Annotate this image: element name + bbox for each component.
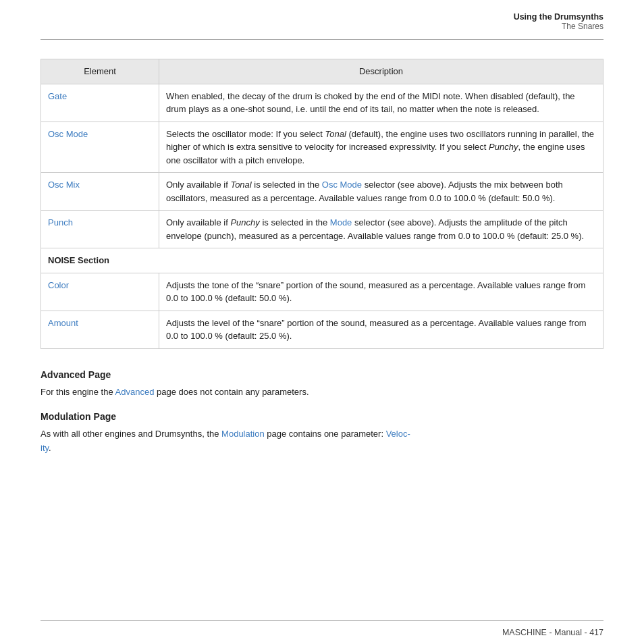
table-row: Gate When enabled, the decay of the drum… bbox=[41, 84, 603, 122]
footer: MASCHINE - Manual - 417 bbox=[0, 621, 644, 644]
col-element-header: Element bbox=[41, 59, 159, 84]
page-container: Using the Drumsynths The Snares Element … bbox=[0, 0, 644, 644]
advanced-text-before: For this engine the bbox=[41, 387, 115, 397]
desc-cell-color: Adjusts the tone of the “snare” portion … bbox=[159, 273, 603, 311]
table-row: Osc Mode Selects the oscillator mode: If… bbox=[41, 122, 603, 173]
desc-cell-amount: Adjusts the level of the “snare” portion… bbox=[159, 311, 603, 348]
col-desc-header: Description bbox=[159, 59, 603, 84]
element-cell-punch: Punch bbox=[41, 211, 159, 248]
gate-desc: When enabled, the decay of the drum is c… bbox=[166, 91, 575, 115]
advanced-text-after: page does not contain any parameters. bbox=[154, 387, 308, 397]
advanced-page-text: For this engine the Advanced page does n… bbox=[41, 385, 603, 400]
oscmode-desc-text: Selects the oscillator mode: If you sele… bbox=[166, 129, 594, 165]
header-subtitle: The Snares bbox=[41, 22, 603, 31]
noise-section-label: NOISE Section bbox=[48, 255, 109, 265]
header-title: Using the Drumsynths bbox=[41, 12, 603, 22]
noise-section-cell: NOISE Section bbox=[41, 248, 603, 273]
header: Using the Drumsynths The Snares bbox=[0, 0, 644, 35]
modulation-page-heading: Modulation Page bbox=[41, 411, 603, 422]
element-cell-gate: Gate bbox=[41, 84, 159, 122]
punch-desc-text: Only available if Punchy is selected in … bbox=[166, 217, 584, 241]
oscmode-link[interactable]: Osc Mode bbox=[48, 129, 88, 139]
modulation-text-before: As with all other engines and Drumsynths… bbox=[41, 429, 221, 439]
noise-section-row: NOISE Section bbox=[41, 248, 603, 273]
table-row: Amount Adjusts the level of the “snare” … bbox=[41, 311, 603, 348]
oscmix-link[interactable]: Osc Mix bbox=[48, 180, 80, 190]
color-desc: Adjusts the tone of the “snare” portion … bbox=[166, 280, 585, 304]
gate-link[interactable]: Gate bbox=[48, 91, 67, 101]
table-header-row: Element Description bbox=[41, 59, 603, 84]
modulation-link[interactable]: Modulation bbox=[221, 429, 265, 439]
advanced-page-heading: Advanced Page bbox=[41, 369, 603, 380]
desc-cell-punch: Only available if Punchy is selected in … bbox=[159, 211, 603, 248]
desc-cell-oscmix: Only available if Tonal is selected in t… bbox=[159, 173, 603, 211]
advanced-link[interactable]: Advanced bbox=[115, 387, 155, 397]
desc-cell-oscmode: Selects the oscillator mode: If you sele… bbox=[159, 122, 603, 173]
modulation-text-middle: page contains one parameter: bbox=[265, 429, 386, 439]
table-row: Punch Only available if Punchy is select… bbox=[41, 211, 603, 248]
oscmix-desc-text: Only available if Tonal is selected in t… bbox=[166, 180, 563, 203]
table-row: Osc Mix Only available if Tonal is selec… bbox=[41, 173, 603, 211]
amount-desc: Adjusts the level of the “snare” portion… bbox=[166, 318, 587, 342]
modulation-text-end: . bbox=[49, 443, 51, 453]
desc-cell-gate: When enabled, the decay of the drum is c… bbox=[159, 84, 603, 122]
footer-text: MASCHINE - Manual - 417 bbox=[502, 628, 603, 637]
table-row: Color Adjusts the tone of the “snare” po… bbox=[41, 273, 603, 311]
element-cell-oscmix: Osc Mix bbox=[41, 173, 159, 211]
mode-inline-link[interactable]: Mode bbox=[330, 217, 352, 227]
amount-link[interactable]: Amount bbox=[48, 318, 78, 328]
element-cell-color: Color bbox=[41, 273, 159, 311]
element-cell-oscmode: Osc Mode bbox=[41, 122, 159, 173]
oscmode-inline-link[interactable]: Osc Mode bbox=[322, 180, 362, 190]
main-content: Element Description Gate When enabled, t… bbox=[0, 40, 644, 620]
param-table: Element Description Gate When enabled, t… bbox=[41, 59, 603, 349]
color-link[interactable]: Color bbox=[48, 280, 69, 290]
punch-link[interactable]: Punch bbox=[48, 217, 73, 227]
element-cell-amount: Amount bbox=[41, 311, 159, 348]
modulation-page-text: As with all other engines and Drumsynths… bbox=[41, 427, 603, 456]
